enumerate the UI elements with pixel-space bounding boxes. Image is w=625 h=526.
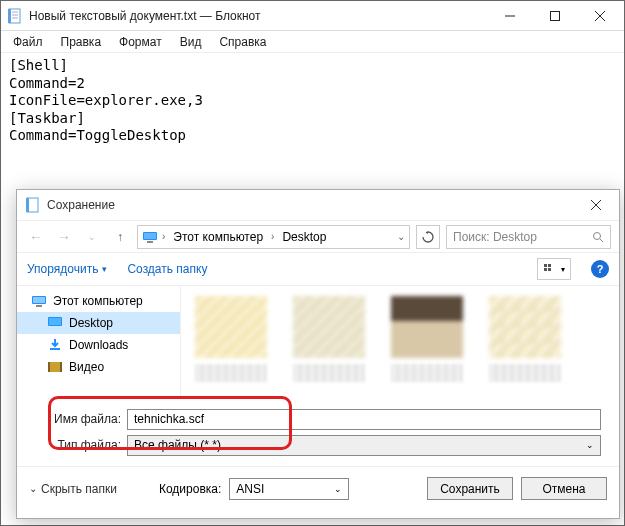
close-button[interactable] bbox=[577, 2, 622, 30]
dialog-footer: ⌄ Скрыть папки Кодировка: ANSI ⌄ Сохрани… bbox=[17, 466, 619, 510]
pc-icon bbox=[31, 293, 47, 309]
nav-tree: Этот компьютер Desktop Downloads Видео bbox=[17, 286, 181, 398]
tree-downloads[interactable]: Downloads bbox=[17, 334, 180, 356]
svg-rect-26 bbox=[49, 318, 61, 325]
svg-point-16 bbox=[594, 232, 601, 239]
svg-rect-1 bbox=[8, 9, 11, 23]
dialog-toolbar: Упорядочить▾ Создать папку ▾ ? bbox=[17, 252, 619, 286]
dialog-body: Этот компьютер Desktop Downloads Видео bbox=[17, 286, 619, 398]
svg-rect-20 bbox=[544, 268, 547, 271]
notepad-icon bbox=[7, 8, 23, 24]
svg-rect-10 bbox=[26, 198, 29, 212]
svg-rect-28 bbox=[48, 362, 62, 372]
filetype-select[interactable]: Все файлы (*.*) ⌄ bbox=[127, 435, 601, 456]
dialog-navbar: ← → ⌄ ↑ › Этот компьютер › Desktop ⌄ Пои… bbox=[17, 220, 619, 252]
menu-edit[interactable]: Правка bbox=[53, 33, 110, 51]
dialog-title: Сохранение bbox=[47, 198, 577, 212]
save-dialog-icon bbox=[25, 197, 41, 213]
search-placeholder: Поиск: Desktop bbox=[453, 230, 537, 244]
file-thumbnail[interactable] bbox=[293, 296, 365, 382]
chevron-down-icon: ⌄ bbox=[334, 484, 342, 494]
maximize-button[interactable] bbox=[532, 2, 577, 30]
svg-rect-6 bbox=[550, 11, 559, 20]
save-dialog: Сохранение ← → ⌄ ↑ › Этот компьютер › De… bbox=[16, 189, 620, 519]
nav-back-button[interactable]: ← bbox=[25, 226, 47, 248]
download-icon bbox=[47, 337, 63, 353]
search-input[interactable]: Поиск: Desktop bbox=[446, 225, 611, 249]
menu-format[interactable]: Формат bbox=[111, 33, 170, 51]
tree-videos[interactable]: Видео bbox=[17, 356, 180, 378]
save-button[interactable]: Сохранить bbox=[427, 477, 513, 500]
nav-up-button[interactable]: ↑ bbox=[109, 226, 131, 248]
svg-rect-29 bbox=[48, 362, 50, 372]
cancel-button[interactable]: Отмена bbox=[521, 477, 607, 500]
menu-file[interactable]: Файл bbox=[5, 33, 51, 51]
pc-icon bbox=[142, 229, 158, 245]
new-folder-button[interactable]: Создать папку bbox=[127, 262, 207, 276]
file-thumbnail[interactable] bbox=[195, 296, 267, 382]
chevron-down-icon: ⌄ bbox=[586, 440, 594, 450]
filetype-label: Тип файла: bbox=[35, 438, 121, 452]
address-bar[interactable]: › Этот компьютер › Desktop ⌄ bbox=[137, 225, 410, 249]
save-fields: Имя файла: Тип файла: Все файлы (*.*) ⌄ bbox=[17, 398, 619, 460]
address-dropdown-icon[interactable]: ⌄ bbox=[397, 231, 405, 242]
notepad-editor[interactable]: [Shell] Command=2 IconFile=explorer.exe,… bbox=[1, 53, 624, 149]
filename-label: Имя файла: bbox=[35, 412, 121, 426]
file-list[interactable] bbox=[181, 286, 619, 398]
menu-help[interactable]: Справка bbox=[211, 33, 274, 51]
dialog-close-button[interactable] bbox=[577, 191, 615, 219]
chevron-down-icon: ▾ bbox=[102, 264, 107, 274]
hide-folders-button[interactable]: ⌄ Скрыть папки bbox=[29, 482, 117, 496]
nav-forward-button[interactable]: → bbox=[53, 226, 75, 248]
view-options-button[interactable]: ▾ bbox=[537, 258, 571, 280]
desktop-icon bbox=[47, 315, 63, 331]
file-thumbnail[interactable] bbox=[489, 296, 561, 382]
notepad-titlebar: Новый текстовый документ.txt — Блокнот bbox=[1, 1, 624, 31]
help-button[interactable]: ? bbox=[591, 260, 609, 278]
svg-rect-30 bbox=[60, 362, 62, 372]
filename-input[interactable] bbox=[127, 409, 601, 430]
window-controls bbox=[487, 2, 622, 30]
file-thumbnail[interactable] bbox=[391, 296, 463, 382]
menu-view[interactable]: Вид bbox=[172, 33, 210, 51]
search-icon bbox=[592, 231, 604, 243]
breadcrumb-pc[interactable]: Этот компьютер bbox=[169, 230, 267, 244]
svg-line-17 bbox=[600, 239, 603, 242]
video-icon bbox=[47, 359, 63, 375]
svg-rect-24 bbox=[36, 305, 42, 307]
svg-rect-21 bbox=[548, 268, 551, 271]
svg-rect-15 bbox=[147, 241, 153, 243]
tree-this-pc[interactable]: Этот компьютер bbox=[17, 290, 180, 312]
chevron-right-icon: › bbox=[271, 231, 274, 242]
notepad-menubar: Файл Правка Формат Вид Справка bbox=[1, 31, 624, 53]
notepad-title: Новый текстовый документ.txt — Блокнот bbox=[29, 9, 487, 23]
minimize-button[interactable] bbox=[487, 2, 532, 30]
encoding-select[interactable]: ANSI ⌄ bbox=[229, 478, 349, 500]
refresh-button[interactable] bbox=[416, 225, 440, 249]
nav-recent-dropdown[interactable]: ⌄ bbox=[81, 226, 103, 248]
dialog-titlebar: Сохранение bbox=[17, 190, 619, 220]
chevron-right-icon: › bbox=[162, 231, 165, 242]
svg-rect-19 bbox=[548, 264, 551, 267]
organize-button[interactable]: Упорядочить▾ bbox=[27, 262, 107, 276]
svg-rect-14 bbox=[144, 233, 156, 239]
encoding-label: Кодировка: bbox=[159, 482, 221, 496]
tree-desktop[interactable]: Desktop bbox=[17, 312, 180, 334]
breadcrumb-desktop[interactable]: Desktop bbox=[278, 230, 330, 244]
svg-rect-18 bbox=[544, 264, 547, 267]
svg-rect-23 bbox=[33, 297, 45, 303]
chevron-down-icon: ⌄ bbox=[29, 483, 37, 494]
